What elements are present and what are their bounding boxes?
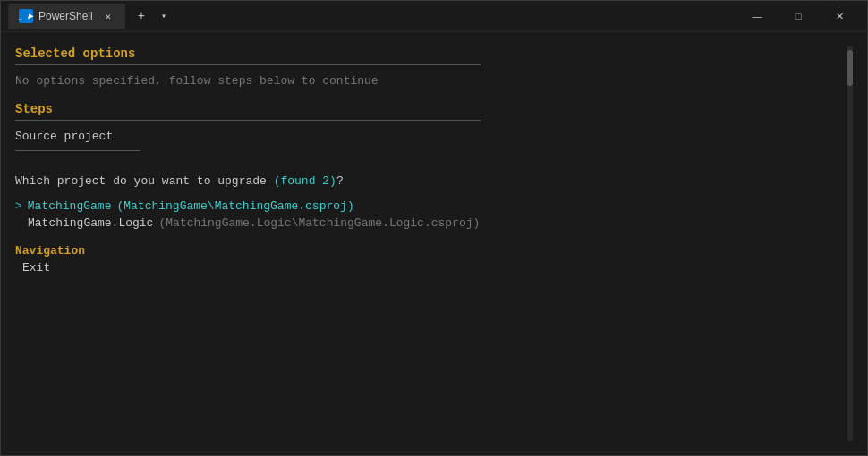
selection-arrow: > <box>15 199 22 213</box>
tab-close-button[interactable]: ✕ <box>102 10 115 22</box>
title-bar: _ ▶ PowerShell ✕ + ▾ — □ ✕ <box>1 1 867 32</box>
tab-item[interactable]: _ ▶ PowerShell ✕ <box>8 4 125 29</box>
question-container: Which project do you want to upgrade (fo… <box>15 173 847 189</box>
tab-dropdown-button[interactable]: ▾ <box>157 9 170 23</box>
project-name-normal: MatchingGame.Logic <box>28 216 153 230</box>
navigation-section: Navigation Exit <box>15 244 847 274</box>
minimize-button[interactable]: — <box>736 1 778 32</box>
no-options-text: No options specified, follow steps below… <box>15 74 847 88</box>
title-bar-left: _ ▶ PowerShell ✕ + ▾ <box>8 4 736 29</box>
close-button[interactable]: ✕ <box>819 1 860 32</box>
steps-section: Steps Source project <box>15 102 847 151</box>
navigation-heading: Navigation <box>15 244 847 258</box>
content-area: Selected options No options specified, f… <box>1 32 867 455</box>
question-prefix: Which project do you want to upgrade <box>15 174 274 188</box>
selected-options-heading: Selected options <box>15 46 847 61</box>
question-text: Which project do you want to upgrade (fo… <box>15 174 344 188</box>
project-name-selected: MatchingGame <box>28 199 112 213</box>
terminal-content: Selected options No options specified, f… <box>15 46 847 441</box>
powershell-icon: _ ▶ <box>19 9 33 23</box>
maximize-button[interactable]: □ <box>778 1 819 32</box>
project-path-normal: (MatchingGame.Logic\MatchingGame.Logic.c… <box>158 216 480 230</box>
steps-heading: Steps <box>15 102 847 116</box>
powershell-window: _ ▶ PowerShell ✕ + ▾ — □ ✕ Selected opti… <box>0 0 868 456</box>
question-suffix: ? <box>336 174 344 188</box>
source-project-step: Source project <box>15 130 140 151</box>
selected-options-section: Selected options No options specified, f… <box>15 46 847 88</box>
scrollbar-thumb[interactable] <box>847 50 853 86</box>
nav-exit-item[interactable]: Exit <box>22 261 847 274</box>
scrollbar[interactable] <box>847 46 853 441</box>
project-path-selected: (MatchingGame\MatchingGame.csproj) <box>116 199 353 213</box>
selected-options-divider <box>15 64 481 65</box>
steps-divider <box>15 120 481 121</box>
list-item[interactable]: > MatchingGame (MatchingGame\MatchingGam… <box>15 199 847 213</box>
tab-title: PowerShell <box>38 10 93 22</box>
project-list: > MatchingGame (MatchingGame\MatchingGam… <box>15 199 847 230</box>
window-controls: — □ ✕ <box>736 1 860 32</box>
list-item[interactable]: MatchingGame.Logic (MatchingGame.Logic\M… <box>28 216 847 230</box>
new-tab-button[interactable]: + <box>132 7 150 25</box>
found-count: (found 2) <box>274 174 336 188</box>
